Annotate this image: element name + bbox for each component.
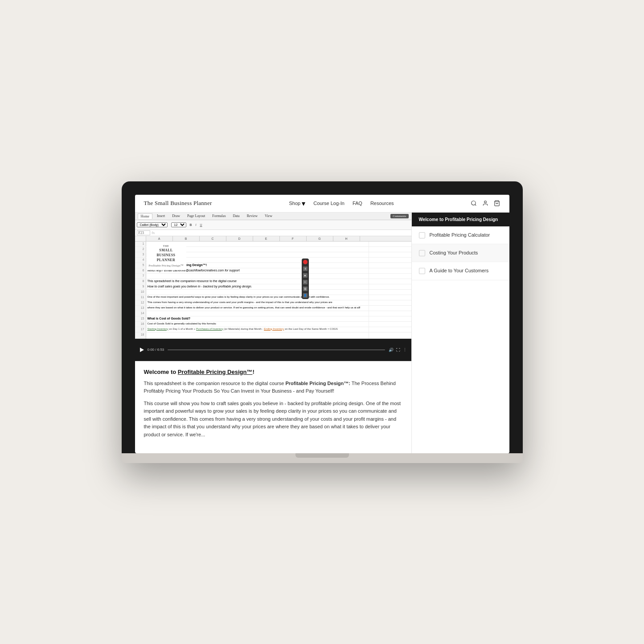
sidebar-header: Welcome to Profitable Pricing Design	[412, 213, 509, 226]
table-row: 12 This comes from having a very strong …	[135, 300, 411, 306]
laptop-base	[122, 453, 523, 463]
fullscreen-icon[interactable]: ⛶	[396, 348, 400, 352]
recording-bar: ⏸ ■ ✏ 🗑 👤	[302, 258, 309, 299]
site-header: The Small Business Planner Shop ▾ Course…	[135, 195, 509, 213]
sidebar-item-2[interactable]: A Guide to Your Customers	[412, 262, 509, 280]
comments-btn[interactable]: Comments	[390, 214, 408, 218]
excel-tab-view[interactable]: View	[262, 213, 275, 218]
video-right-controls: 🔊 ⛶ ⋮	[389, 348, 407, 352]
italic-btn[interactable]: I	[196, 223, 197, 226]
content-area: Home Insert Draw Page Layout Formulas Da…	[135, 213, 411, 453]
table-row: 14	[135, 311, 411, 316]
chevron-down-icon: ▾	[302, 199, 305, 208]
sidebar-item-1[interactable]: Costing Your Products	[412, 244, 509, 262]
laptop-frame: The Small Business Planner Shop ▾ Course…	[122, 181, 523, 463]
play-button[interactable]	[139, 347, 145, 353]
excel-toolbar: Home Insert Draw Page Layout Formulas Da…	[135, 213, 411, 220]
excel-tab-home[interactable]: Home	[138, 213, 153, 219]
cart-icon[interactable]	[494, 200, 500, 206]
site-nav: Shop ▾ Course Log-In FAQ Resources	[289, 199, 394, 208]
main-content: Home Insert Draw Page Layout Formulas Da…	[135, 213, 509, 453]
record-indicator	[303, 260, 308, 264]
excel-tab-page-layout[interactable]: Page Layout	[185, 213, 208, 218]
table-row: 10	[135, 290, 411, 295]
bold-btn[interactable]: B	[190, 223, 192, 226]
excel-tab-insert[interactable]: Insert	[154, 213, 168, 218]
table-row: 9 How to craft sales goals you believe i…	[135, 284, 411, 290]
trash-icon[interactable]: 🗑	[303, 287, 308, 291]
sidebar-item-label-2: A Guide to Your Customers	[430, 267, 489, 274]
video-player: 0:00 / 6:53 🔊 ⛶ ⋮	[135, 339, 411, 361]
excel-formula-bar: F23 fx	[135, 230, 411, 236]
sidebar-checkbox-0[interactable]	[419, 232, 425, 238]
col-headers: A B C D E F G H	[135, 236, 411, 242]
article-paragraph-1: This spreadsheet is the companion resour…	[144, 380, 402, 395]
more-options-icon[interactable]: ⋮	[403, 348, 407, 352]
nav-item-shop[interactable]: Shop ▾	[289, 199, 305, 208]
font-family-select[interactable]: Calibri (Body)	[137, 222, 168, 227]
video-current-time: 0:00 / 6:53	[148, 348, 164, 352]
search-icon[interactable]	[471, 200, 477, 206]
sidebar-checkbox-2[interactable]	[419, 268, 425, 274]
sidebar: Welcome to Profitable Pricing Design Pro…	[411, 213, 509, 453]
excel-tab-data[interactable]: Data	[230, 213, 242, 218]
table-row: 15 What is Cost of Goods Sold?	[135, 316, 411, 322]
table-row: 8 This spreadsheet is the companion reso…	[135, 279, 411, 284]
sidebar-checkbox-1[interactable]	[419, 250, 425, 256]
article-paragraph-2: This course will show you how to craft s…	[144, 400, 402, 439]
sidebar-item-label-0: Profitable Pricing Calculator	[430, 232, 490, 238]
article-body: This spreadsheet is the companion resour…	[144, 380, 402, 439]
excel-tab-formulas[interactable]: Formulas	[209, 213, 228, 218]
cell-reference[interactable]: F23	[137, 230, 150, 235]
nav-item-resources[interactable]: Resources	[370, 201, 394, 206]
table-row: 17 Starting Inventory on Day 1 of a Mont…	[135, 327, 411, 332]
nav-item-faq[interactable]: FAQ	[353, 201, 362, 206]
table-row: 18	[135, 332, 411, 338]
svg-point-1	[484, 201, 487, 203]
sidebar-item-0[interactable]: Profitable Pricing Calculator	[412, 226, 509, 244]
header-icons	[471, 200, 500, 206]
svg-point-0	[472, 201, 476, 205]
sheet-logo: the SMALL BUSINESS PLANNER Profitable Pr…	[146, 242, 186, 271]
sidebar-item-label-1: Costing Your Products	[430, 250, 478, 256]
spreadsheet-preview: Home Insert Draw Page Layout Formulas Da…	[135, 213, 411, 361]
excel-tab-review[interactable]: Review	[244, 213, 260, 218]
spreadsheet-body-container: the SMALL BUSINESS PLANNER Profitable Pr…	[135, 236, 411, 339]
underline-btn[interactable]: U	[200, 223, 202, 226]
volume-icon[interactable]: 🔊	[389, 348, 394, 352]
table-row: 16 Cost of Goods Sold is generally calcu…	[135, 322, 411, 327]
pen-icon[interactable]: ✏	[303, 280, 308, 284]
site-logo: The Small Business Planner	[144, 200, 212, 207]
nav-item-course-login[interactable]: Course Log-In	[313, 201, 345, 206]
video-controls: 0:00 / 6:53	[139, 347, 164, 353]
laptop-notch	[295, 453, 349, 458]
font-size-select[interactable]: 12	[171, 222, 186, 227]
article-title-link[interactable]: Profitable Pricing Design™	[178, 369, 253, 375]
table-row: 13 where they are based on what it takes…	[135, 306, 411, 311]
table-row: 7	[135, 274, 411, 279]
laptop-screen: The Small Business Planner Shop ▾ Course…	[135, 195, 509, 453]
video-progress-bar[interactable]	[168, 349, 385, 350]
table-row: 11 One of the most important and powerfu…	[135, 295, 411, 300]
excel-tab-draw[interactable]: Draw	[169, 213, 183, 218]
user-icon[interactable]	[482, 200, 488, 206]
stop-icon[interactable]: ■	[303, 273, 308, 278]
person-icon[interactable]: 👤	[303, 293, 308, 298]
article-title: Welcome to Profitable Pricing Design™!	[144, 369, 402, 375]
formula-separator: fx	[152, 231, 155, 235]
excel-ribbon: Calibri (Body) 12 B I U	[135, 220, 411, 230]
pause-icon[interactable]: ⏸	[303, 267, 308, 271]
article-content: Welcome to Profitable Pricing Design™! T…	[135, 361, 411, 451]
